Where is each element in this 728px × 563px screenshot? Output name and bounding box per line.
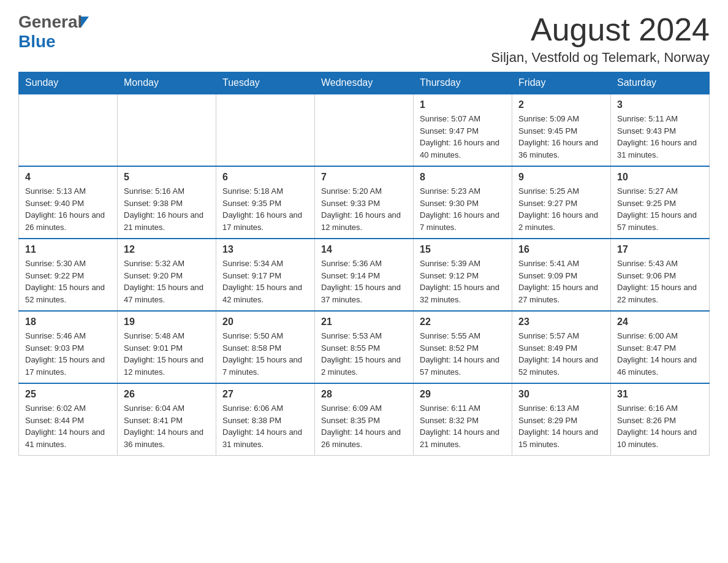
day-number: 6 <box>222 172 308 183</box>
day-info: Sunrise: 5:34 AM Sunset: 9:17 PM Dayligh… <box>222 258 308 305</box>
day-number: 29 <box>420 389 506 400</box>
calendar-day-header-thursday: Thursday <box>414 72 512 94</box>
day-number: 17 <box>617 244 703 255</box>
calendar-cell <box>19 94 118 166</box>
calendar-cell: 14Sunrise: 5:36 AM Sunset: 9:14 PM Dayli… <box>315 239 414 311</box>
day-number: 4 <box>25 172 111 183</box>
day-info: Sunrise: 5:13 AM Sunset: 9:40 PM Dayligh… <box>25 185 111 233</box>
calendar-cell: 11Sunrise: 5:30 AM Sunset: 9:22 PM Dayli… <box>19 239 118 311</box>
day-info: Sunrise: 5:41 AM Sunset: 9:09 PM Dayligh… <box>518 258 604 305</box>
calendar-cell: 8Sunrise: 5:23 AM Sunset: 9:30 PM Daylig… <box>414 166 512 239</box>
day-number: 12 <box>124 244 210 255</box>
calendar-week-row: 1Sunrise: 5:07 AM Sunset: 9:47 PM Daylig… <box>19 94 710 166</box>
day-number: 3 <box>617 99 703 110</box>
day-number: 25 <box>25 389 111 400</box>
day-number: 30 <box>518 389 604 400</box>
day-info: Sunrise: 5:20 AM Sunset: 9:33 PM Dayligh… <box>321 185 407 233</box>
day-number: 7 <box>321 172 407 183</box>
day-info: Sunrise: 6:04 AM Sunset: 8:41 PM Dayligh… <box>124 402 210 450</box>
day-info: Sunrise: 6:16 AM Sunset: 8:26 PM Dayligh… <box>617 402 703 450</box>
day-info: Sunrise: 5:23 AM Sunset: 9:30 PM Dayligh… <box>420 185 506 233</box>
day-info: Sunrise: 6:13 AM Sunset: 8:29 PM Dayligh… <box>518 402 604 450</box>
calendar-cell: 12Sunrise: 5:32 AM Sunset: 9:20 PM Dayli… <box>118 239 216 311</box>
day-number: 18 <box>25 316 111 327</box>
day-info: Sunrise: 6:00 AM Sunset: 8:47 PM Dayligh… <box>617 330 703 378</box>
calendar-cell: 7Sunrise: 5:20 AM Sunset: 9:33 PM Daylig… <box>315 166 414 239</box>
day-info: Sunrise: 5:55 AM Sunset: 8:52 PM Dayligh… <box>420 330 506 378</box>
day-number: 16 <box>518 244 604 255</box>
calendar-cell: 31Sunrise: 6:16 AM Sunset: 8:26 PM Dayli… <box>611 383 710 456</box>
day-number: 1 <box>420 99 506 110</box>
day-number: 8 <box>420 172 506 183</box>
calendar-week-row: 4Sunrise: 5:13 AM Sunset: 9:40 PM Daylig… <box>19 166 710 239</box>
day-number: 5 <box>124 172 210 183</box>
calendar-day-header-sunday: Sunday <box>19 72 118 94</box>
day-number: 20 <box>222 316 308 327</box>
day-number: 11 <box>25 244 111 255</box>
day-number: 9 <box>518 172 604 183</box>
calendar-cell: 15Sunrise: 5:39 AM Sunset: 9:12 PM Dayli… <box>414 239 512 311</box>
day-info: Sunrise: 6:11 AM Sunset: 8:32 PM Dayligh… <box>420 402 506 450</box>
calendar-cell: 3Sunrise: 5:11 AM Sunset: 9:43 PM Daylig… <box>611 94 710 166</box>
calendar-cell: 28Sunrise: 6:09 AM Sunset: 8:35 PM Dayli… <box>315 383 414 456</box>
day-number: 19 <box>124 316 210 327</box>
page-header: General Blue August 2024 Siljan, Vestfol… <box>18 12 710 66</box>
day-number: 23 <box>518 316 604 327</box>
calendar-cell: 1Sunrise: 5:07 AM Sunset: 9:47 PM Daylig… <box>414 94 512 166</box>
day-info: Sunrise: 5:53 AM Sunset: 8:55 PM Dayligh… <box>321 330 407 378</box>
logo-triangle-icon <box>81 17 89 28</box>
calendar-day-header-tuesday: Tuesday <box>216 72 315 94</box>
day-info: Sunrise: 6:02 AM Sunset: 8:44 PM Dayligh… <box>25 402 111 450</box>
day-number: 31 <box>617 389 703 400</box>
day-info: Sunrise: 5:25 AM Sunset: 9:27 PM Dayligh… <box>518 185 604 233</box>
day-number: 24 <box>617 316 703 327</box>
day-number: 13 <box>222 244 308 255</box>
calendar-cell: 16Sunrise: 5:41 AM Sunset: 9:09 PM Dayli… <box>512 239 611 311</box>
day-info: Sunrise: 5:30 AM Sunset: 9:22 PM Dayligh… <box>25 258 111 305</box>
calendar-cell: 2Sunrise: 5:09 AM Sunset: 9:45 PM Daylig… <box>512 94 611 166</box>
month-year-title: August 2024 <box>491 12 710 47</box>
day-number: 15 <box>420 244 506 255</box>
calendar-cell: 5Sunrise: 5:16 AM Sunset: 9:38 PM Daylig… <box>118 166 216 239</box>
calendar-day-header-wednesday: Wednesday <box>315 72 414 94</box>
calendar-cell: 13Sunrise: 5:34 AM Sunset: 9:17 PM Dayli… <box>216 239 315 311</box>
day-info: Sunrise: 5:57 AM Sunset: 8:49 PM Dayligh… <box>518 330 604 378</box>
calendar-cell: 9Sunrise: 5:25 AM Sunset: 9:27 PM Daylig… <box>512 166 611 239</box>
calendar-cell: 29Sunrise: 6:11 AM Sunset: 8:32 PM Dayli… <box>414 383 512 456</box>
calendar-day-header-monday: Monday <box>118 72 216 94</box>
calendar-cell <box>118 94 216 166</box>
calendar-table: SundayMondayTuesdayWednesdayThursdayFrid… <box>18 72 710 456</box>
logo-general-text: General <box>18 12 82 32</box>
calendar-cell: 26Sunrise: 6:04 AM Sunset: 8:41 PM Dayli… <box>118 383 216 456</box>
calendar-day-header-saturday: Saturday <box>611 72 710 94</box>
calendar-cell: 6Sunrise: 5:18 AM Sunset: 9:35 PM Daylig… <box>216 166 315 239</box>
day-number: 26 <box>124 389 210 400</box>
day-number: 2 <box>518 99 604 110</box>
day-info: Sunrise: 5:36 AM Sunset: 9:14 PM Dayligh… <box>321 258 407 305</box>
day-number: 21 <box>321 316 407 327</box>
calendar-cell: 24Sunrise: 6:00 AM Sunset: 8:47 PM Dayli… <box>611 311 710 383</box>
calendar-cell: 21Sunrise: 5:53 AM Sunset: 8:55 PM Dayli… <box>315 311 414 383</box>
day-number: 22 <box>420 316 506 327</box>
calendar-week-row: 11Sunrise: 5:30 AM Sunset: 9:22 PM Dayli… <box>19 239 710 311</box>
location-subtitle: Siljan, Vestfold og Telemark, Norway <box>491 50 710 66</box>
calendar-cell: 4Sunrise: 5:13 AM Sunset: 9:40 PM Daylig… <box>19 166 118 239</box>
day-info: Sunrise: 5:48 AM Sunset: 9:01 PM Dayligh… <box>124 330 210 378</box>
day-number: 10 <box>617 172 703 183</box>
calendar-cell: 17Sunrise: 5:43 AM Sunset: 9:06 PM Dayli… <box>611 239 710 311</box>
calendar-header-row: SundayMondayTuesdayWednesdayThursdayFrid… <box>19 72 710 94</box>
day-info: Sunrise: 5:50 AM Sunset: 8:58 PM Dayligh… <box>222 330 308 378</box>
calendar-cell <box>315 94 414 166</box>
day-info: Sunrise: 5:07 AM Sunset: 9:47 PM Dayligh… <box>420 113 506 161</box>
logo-blue-text: Blue <box>18 32 56 52</box>
day-info: Sunrise: 5:16 AM Sunset: 9:38 PM Dayligh… <box>124 185 210 233</box>
day-info: Sunrise: 6:06 AM Sunset: 8:38 PM Dayligh… <box>222 402 308 450</box>
day-info: Sunrise: 6:09 AM Sunset: 8:35 PM Dayligh… <box>321 402 407 450</box>
day-info: Sunrise: 5:27 AM Sunset: 9:25 PM Dayligh… <box>617 185 703 233</box>
day-number: 28 <box>321 389 407 400</box>
calendar-cell: 30Sunrise: 6:13 AM Sunset: 8:29 PM Dayli… <box>512 383 611 456</box>
day-number: 27 <box>222 389 308 400</box>
calendar-cell: 20Sunrise: 5:50 AM Sunset: 8:58 PM Dayli… <box>216 311 315 383</box>
day-info: Sunrise: 5:46 AM Sunset: 9:03 PM Dayligh… <box>25 330 111 378</box>
calendar-day-header-friday: Friday <box>512 72 611 94</box>
